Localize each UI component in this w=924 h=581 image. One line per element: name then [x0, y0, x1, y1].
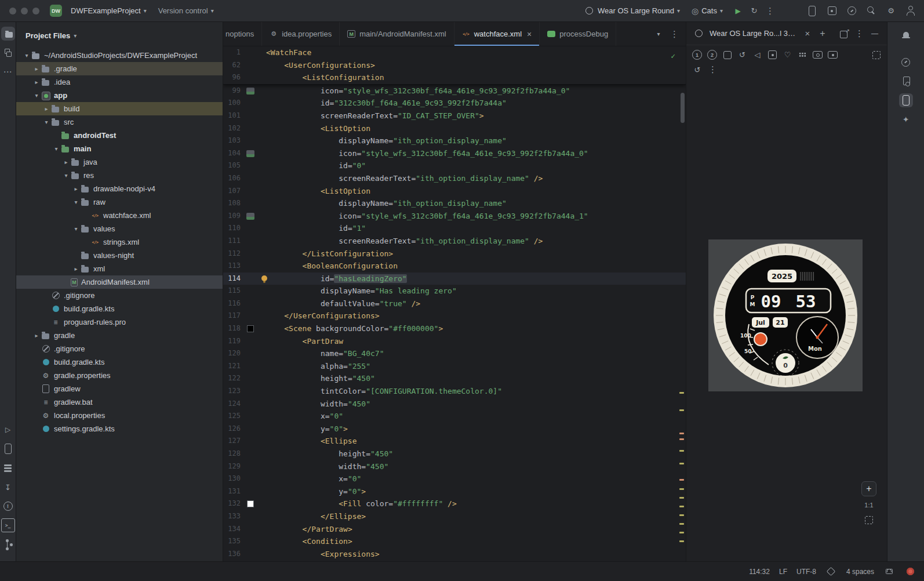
chevron-down-icon[interactable]: ▾	[71, 226, 81, 232]
more-icon[interactable]: ⋮	[852, 26, 867, 41]
zoom-window-icon[interactable]	[32, 8, 39, 14]
run-config-selector[interactable]: ◎ Cats ▾	[687, 5, 727, 17]
layout-inspector-icon[interactable]	[824, 3, 839, 19]
chevron-right-icon[interactable]: ▸	[32, 332, 41, 339]
encoding-widget[interactable]: UTF-8	[796, 568, 816, 576]
code-line-105[interactable]: 105id="0"	[223, 159, 686, 172]
color-white-icon[interactable]	[243, 500, 258, 507]
device-tab-title[interactable]: Wear OS Large Ro...l 36.0	[710, 29, 796, 38]
code-line-112[interactable]: 112</ListConfiguration>	[223, 248, 686, 260]
code-line-118[interactable]: 118<Scene backgroundColor="#ff000000">	[223, 322, 686, 335]
running-devices-icon[interactable]	[899, 93, 913, 107]
tree-item-.gitignore[interactable]: .gitignore	[16, 342, 223, 355]
warning-mark[interactable]	[679, 497, 684, 499]
keyboard-icon[interactable]	[795, 48, 810, 62]
code-line-109[interactable]: 109icon="style_wfs_312c30bf_f64a_461e_9c…	[223, 210, 686, 223]
device-manager-icon[interactable]	[805, 3, 820, 19]
chevron-down-icon[interactable]: ▾	[61, 172, 71, 179]
tree-item-AndroidManifest.xml[interactable]: MAndroidManifest.xml	[16, 275, 223, 289]
chevron-down-icon[interactable]: ▾	[71, 199, 81, 205]
chevron-down-icon[interactable]: ▾	[52, 146, 61, 152]
tree-item-build[interactable]: ▸build	[16, 102, 223, 115]
code-line-62[interactable]: 62<UserConfigurations>	[223, 59, 686, 72]
warning-mark[interactable]	[679, 540, 684, 542]
palm-gesture-icon[interactable]	[720, 48, 734, 62]
tree-item-build.gradle.kts[interactable]: build.gradle.kts	[16, 302, 223, 315]
image-icon[interactable]	[243, 88, 258, 95]
close-tab-icon[interactable]: ×	[800, 26, 815, 41]
emulator-screen[interactable]: 2025 P M 09 53 Jul 21 Mon	[708, 239, 863, 391]
screen-record-icon[interactable]	[825, 48, 840, 62]
tree-item-~/AndroidStudioProjects/DWFExampleProject[interactable]: ▾~/AndroidStudioProjects/DWFExampleProje…	[16, 49, 223, 62]
zoom-in-button[interactable]: +	[861, 481, 876, 496]
tree-item-app[interactable]: ▾app	[16, 89, 223, 102]
settings-icon[interactable]: ⚙	[883, 3, 898, 19]
close-window-icon[interactable]	[9, 8, 16, 14]
tab-main/AndroidManifest.xml[interactable]: Mmain/AndroidManifest.xml	[340, 22, 454, 46]
tree-item-res[interactable]: ▾res	[16, 169, 223, 182]
code-line-114[interactable]: 114id="hasLeadingZero"	[223, 273, 686, 285]
code-line-101[interactable]: 101screenReaderText="ID_CAT_STEP_OVER">	[223, 110, 686, 122]
tree-item-values[interactable]: ▾values	[16, 222, 223, 235]
warning-mark[interactable]	[679, 450, 684, 452]
code-line-106[interactable]: 106screenReaderText="ith_option_display_…	[223, 172, 686, 185]
code-line-107[interactable]: 107<ListOption	[223, 185, 686, 198]
tab-processDebug[interactable]: processDebug	[540, 22, 616, 46]
rotate-reset-icon[interactable]: ↺	[690, 62, 705, 77]
code-line-128[interactable]: 128height="450"	[223, 448, 686, 460]
structure-tool-icon[interactable]	[1, 46, 15, 60]
code-line-100[interactable]: 100id="312c30bf_f64a_461e_9c93_992f2fb7a…	[223, 97, 686, 110]
tree-item-build.gradle.kts[interactable]: build.gradle.kts	[16, 355, 223, 369]
fullscreen-icon[interactable]	[869, 48, 883, 62]
app-inspection-icon[interactable]	[899, 55, 913, 69]
snapshot-icon[interactable]	[765, 48, 780, 62]
code-line-134[interactable]: 134</PartDraw>	[223, 523, 686, 536]
new-tab-icon[interactable]: +	[815, 26, 830, 41]
watch-device-icon[interactable]	[691, 26, 706, 41]
code-line-122[interactable]: 122height="450"	[223, 372, 686, 385]
code-line-135[interactable]: 135<Condition>	[223, 535, 686, 548]
warning-mark[interactable]	[679, 506, 684, 507]
error-stripe[interactable]	[678, 46, 686, 561]
tree-item-src[interactable]: ▾src	[16, 115, 223, 129]
tree-item-.gitignore[interactable]: .gitignore	[16, 289, 223, 302]
code-line-129[interactable]: 129width="450"	[223, 460, 686, 473]
heart-rate-icon[interactable]: ♡	[780, 48, 795, 62]
project-selector[interactable]: DWFExampleProject ▾	[67, 5, 151, 17]
tree-item-watchface.xml[interactable]: </>watchface.xml	[16, 209, 223, 222]
hide-panel-icon[interactable]: —	[867, 26, 882, 41]
tree-item-strings.xml[interactable]: </>strings.xml	[16, 235, 223, 249]
inspection-status-icon[interactable]: ✓	[671, 50, 675, 63]
code-line-102[interactable]: 102<ListOption	[223, 122, 686, 135]
more-actions-icon[interactable]: ⋮	[763, 3, 778, 19]
run-button[interactable]: ▶	[730, 3, 745, 19]
warning-mark[interactable]	[679, 514, 684, 516]
code-line-99[interactable]: 99icon="style_wfs_312c30bf_f64a_461e_9c9…	[223, 85, 686, 97]
search-icon[interactable]	[864, 3, 879, 19]
account-icon[interactable]	[903, 3, 918, 19]
code-line-110[interactable]: 110id="1"	[223, 222, 686, 235]
code-line-113[interactable]: 113<BooleanConfiguration	[223, 260, 686, 273]
minimize-window-icon[interactable]	[21, 8, 28, 14]
tab-idea.properties[interactable]: ⚙idea.properties	[262, 22, 340, 46]
code-editor[interactable]: 1<WatchFace62<UserConfigurations>96<List…	[223, 46, 686, 561]
tree-item-values-night[interactable]: values-night	[16, 249, 223, 262]
dependencies-tool-icon[interactable]: ↧	[1, 480, 15, 494]
chevron-down-icon[interactable]: ▾	[22, 52, 31, 59]
tree-item-gradlew.bat[interactable]: ≡gradlew.bat	[16, 395, 223, 409]
tree-item-proguard-rules.pro[interactable]: ≡proguard-rules.pro	[16, 315, 223, 329]
tab-watchface.xml[interactable]: </>watchface.xml×	[454, 22, 540, 46]
code-line-125[interactable]: 125x="0"	[223, 410, 686, 423]
window-controls[interactable]	[9, 8, 39, 14]
analysis-status-icon[interactable]	[904, 566, 916, 578]
button-two-icon[interactable]: 2	[705, 48, 719, 62]
tree-item-gradlew[interactable]: gradlew	[16, 382, 223, 395]
code-line-104[interactable]: 104icon="style_wfs_312c30bf_f64a_461e_9c…	[223, 147, 686, 160]
profiler-icon[interactable]	[844, 3, 859, 19]
warning-mark[interactable]	[679, 523, 684, 525]
device-selector[interactable]: Wear OS Large Round ▾	[580, 4, 684, 18]
code-line-124[interactable]: 124width="450"	[223, 398, 686, 411]
tree-item-gradle[interactable]: ▸gradle	[16, 329, 223, 342]
chevron-right-icon[interactable]: ▸	[32, 66, 41, 72]
tree-item-androidTest[interactable]: androidTest	[16, 129, 223, 142]
